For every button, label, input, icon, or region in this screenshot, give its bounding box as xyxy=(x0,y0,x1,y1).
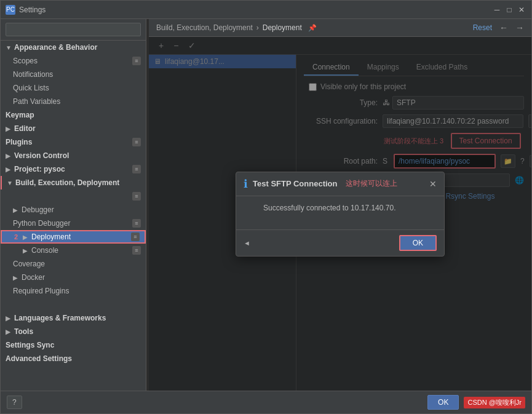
dialog-close-button[interactable]: ✕ xyxy=(429,179,437,189)
sidebar-item-appearance[interactable]: ▼ Appearance & Behavior xyxy=(1,41,146,54)
sidebar-item-python-debugger[interactable]: Python Debugger ≡ xyxy=(1,217,146,230)
sidebar-item-console[interactable]: ▶ Console ≡ xyxy=(1,244,146,257)
main-panel: Build, Execution, Deployment › Deploymen… xyxy=(149,19,531,391)
badge: ≡ xyxy=(132,246,141,255)
dialog-header: ℹ Test SFTP Connection 这时候可以连上 ✕ xyxy=(236,172,444,196)
sidebar-item-label: Required Plugins xyxy=(13,287,69,295)
sidebar-item-label: Advanced Settings xyxy=(6,354,72,363)
badge: ≡ xyxy=(132,192,141,201)
search-input[interactable] xyxy=(6,23,141,36)
settings-window: PC Settings ─ □ ✕ ▼ Appearance & Behavio… xyxy=(0,0,532,414)
sidebar-item-settings-sync[interactable]: Settings Sync xyxy=(1,338,146,352)
sidebar-item-trusted-locations[interactable] xyxy=(1,298,146,311)
sidebar-item-label: Python Debugger xyxy=(13,219,70,228)
sidebar-item-label: Appearance & Behavior xyxy=(14,43,97,52)
sidebar-item-buildtools[interactable]: ≡ xyxy=(1,189,146,203)
badge: ≡ xyxy=(132,138,141,146)
sidebar-item-label: Deployment xyxy=(31,233,71,241)
dialog-title: Test SFTP Connection xyxy=(253,179,337,188)
sidebar-item-build-execution[interactable]: ▼ Build, Execution, Deployment xyxy=(1,176,146,189)
sidebar-item-required-plugins[interactable]: Required Plugins xyxy=(1,284,146,298)
sidebar-item-label: Editor xyxy=(14,124,36,133)
title-bar-controls: ─ □ ✕ xyxy=(492,5,526,15)
expand-icon: ▶ xyxy=(6,315,12,322)
title-bar: PC Settings ─ □ ✕ xyxy=(1,1,531,19)
sidebar-item-label: Scopes xyxy=(13,57,38,65)
dialog-body: Successfully connected to 10.17.140.70. xyxy=(236,196,444,229)
help-button[interactable]: ? xyxy=(7,396,22,409)
dialog-footer: ◄ OK xyxy=(236,229,444,256)
sidebar-item-label: Notifications xyxy=(13,70,53,79)
sidebar-item-label: Languages & Frameworks xyxy=(14,314,106,322)
app-icon: PC xyxy=(6,5,15,15)
expand-icon: ▶ xyxy=(13,274,19,281)
expand-icon: ▶ xyxy=(6,166,12,173)
sidebar-item-vcs[interactable]: ▶ Version Control xyxy=(1,149,146,162)
sidebar-item-advanced-settings[interactable]: Advanced Settings xyxy=(1,352,146,365)
settings-tree: ▼ Appearance & Behavior Scopes ≡ Notific… xyxy=(1,41,146,391)
breadcrumb: Build, Execution, Deployment › Deploymen… xyxy=(156,23,317,32)
dialog-message: Successfully connected to 10.17.140.70. xyxy=(246,204,434,212)
main-header: Build, Execution, Deployment › Deploymen… xyxy=(149,19,531,37)
deployment-number: 2 xyxy=(14,233,20,241)
bottom-bar: ? OK CSDN @嗖嗖利Jr xyxy=(1,391,531,413)
csdn-badge: CSDN @嗖嗖利Jr xyxy=(464,397,525,408)
maximize-button[interactable]: □ xyxy=(504,5,514,15)
badge: ≡ xyxy=(132,219,141,228)
breadcrumb-current: Deployment xyxy=(263,23,302,32)
sidebar-item-label: Coverage xyxy=(13,260,45,268)
minimize-button[interactable]: ─ xyxy=(492,5,502,15)
dialog-overlay: ℹ Test SFTP Connection 这时候可以连上 ✕ Success… xyxy=(149,37,531,391)
forward-button[interactable]: → xyxy=(515,23,524,33)
breadcrumb-separator: › xyxy=(256,23,259,32)
sidebar-item-plugins[interactable]: Plugins ≡ xyxy=(1,135,146,149)
sidebar-item-label: Docker xyxy=(22,273,45,282)
expand-icon: ▼ xyxy=(7,180,13,186)
test-sftp-dialog: ℹ Test SFTP Connection 这时候可以连上 ✕ Success… xyxy=(236,172,445,257)
badge: ≡ xyxy=(131,233,140,241)
sidebar-item-notifications[interactable]: Notifications xyxy=(1,68,146,81)
expand-icon: ▼ xyxy=(6,44,12,51)
sidebar-item-docker[interactable]: ▶ Docker xyxy=(1,271,146,284)
sidebar-item-label: Settings Sync xyxy=(6,341,54,349)
badge: ≡ xyxy=(132,57,141,65)
dialog-subtitle: 这时候可以连上 xyxy=(346,178,397,189)
sidebar-item-coverage[interactable]: Coverage xyxy=(1,257,146,271)
dialog-footer-arrow: ◄ xyxy=(244,239,250,247)
search-bar xyxy=(1,19,146,41)
sidebar-item-label: Quick Lists xyxy=(13,84,49,92)
sidebar-item-project[interactable]: ▶ Project: pysoc ≡ xyxy=(1,162,146,176)
sidebar-item-debugger[interactable]: ▶ Debugger xyxy=(1,203,146,217)
close-button[interactable]: ✕ xyxy=(517,5,526,15)
expand-icon: ▶ xyxy=(6,328,12,335)
sidebar-item-quicklists[interactable]: Quick Lists xyxy=(1,81,146,95)
sidebar-item-label: Tools xyxy=(14,327,33,336)
sidebar-item-label: Version Control xyxy=(14,151,69,160)
main-content: ▼ Appearance & Behavior Scopes ≡ Notific… xyxy=(1,19,531,391)
sidebar-item-label: Path Variables xyxy=(13,97,60,106)
window-title: Settings xyxy=(19,6,46,14)
dialog-ok-button[interactable]: OK xyxy=(399,235,437,251)
sidebar-item-keymap[interactable]: Keymap xyxy=(1,108,146,122)
sidebar-item-deployment[interactable]: 2 ▶ Deployment ≡ xyxy=(1,230,146,244)
header-actions: Reset ← → xyxy=(473,23,524,33)
expand-icon: ▶ xyxy=(13,207,19,213)
sidebar-item-editor[interactable]: ▶ Editor xyxy=(1,122,146,135)
back-button[interactable]: ← xyxy=(499,23,508,33)
expand-icon: ▶ xyxy=(6,125,12,132)
sidebar-item-scopes[interactable]: Scopes ≡ xyxy=(1,54,146,68)
expand-icon: ▶ xyxy=(23,247,29,254)
expand-icon: ▶ xyxy=(23,234,29,241)
sidebar-item-languages[interactable]: ▶ Languages & Frameworks xyxy=(1,311,146,325)
reset-button[interactable]: Reset xyxy=(473,23,492,32)
sidebar-item-pathvariables[interactable]: Path Variables xyxy=(1,95,146,108)
pin-icon: 📌 xyxy=(308,24,317,32)
ok-button[interactable]: OK xyxy=(427,395,459,410)
info-icon: ℹ xyxy=(244,177,248,191)
sidebar-item-tools[interactable]: ▶ Tools xyxy=(1,325,146,338)
title-bar-left: PC Settings xyxy=(6,5,46,15)
dialog-title-area: ℹ Test SFTP Connection 这时候可以连上 xyxy=(244,177,397,191)
sidebar-item-label: Project: pysoc xyxy=(14,165,65,173)
sidebar-item-label: Debugger xyxy=(22,205,54,214)
expand-icon: ▶ xyxy=(6,153,12,159)
